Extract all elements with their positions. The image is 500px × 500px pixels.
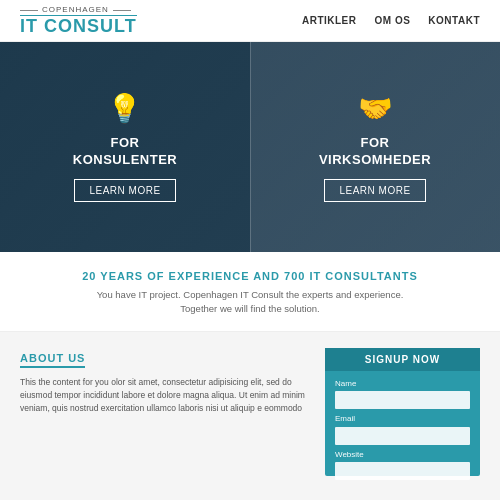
signup-email-input[interactable] (335, 427, 470, 445)
hero-left-learn-more-button[interactable]: Learn More (74, 179, 175, 202)
signup-website-input[interactable] (335, 462, 470, 480)
about-title: ABOUT US (20, 352, 85, 368)
logo-copenhagen-text: COPENHAGEN (42, 6, 109, 14)
signup-email-label: Email (335, 414, 470, 423)
signup-body: Name Email Website (325, 371, 480, 489)
nav: ARTIKLER OM OS KONTAKT (302, 15, 480, 26)
header: COPENHAGEN IT CONSULT ARTIKLER OM OS KON… (0, 0, 500, 42)
stats-title: 20 YEARS OF EXPERIENCE AND 700 IT CONSUL… (20, 270, 480, 282)
hero-left: 💡 FOR KONSULENTER Learn More (0, 42, 250, 252)
signup-name-label: Name (335, 379, 470, 388)
signup-email-field: Email (335, 414, 470, 445)
stats-subtitle: You have IT project. Copenhagen IT Consu… (20, 288, 480, 317)
logo-it-consult-text: IT CONSULT (20, 15, 137, 35)
hero-left-content: 💡 FOR KONSULENTER Learn More (73, 92, 177, 202)
nav-om-os[interactable]: OM OS (375, 15, 411, 26)
hero-divider (250, 42, 251, 252)
signup-header: SIGNUP NOW (325, 348, 480, 371)
hero-right-content: 🤝 FOR VIRKSOMHEDER Learn More (319, 92, 431, 202)
logo: COPENHAGEN IT CONSULT (20, 6, 137, 35)
hero-right: 🤝 FOR VIRKSOMHEDER Learn More (250, 42, 500, 252)
hero-left-title: FOR KONSULENTER (73, 135, 177, 169)
signup-box: SIGNUP NOW Name Email Website (325, 348, 480, 476)
about-us: ABOUT US This the content for you olor s… (20, 348, 325, 476)
nav-artikler[interactable]: ARTIKLER (302, 15, 357, 26)
signup-name-input[interactable] (335, 391, 470, 409)
nav-kontakt[interactable]: KONTAKT (428, 15, 480, 26)
bottom-section: ABOUT US This the content for you olor s… (0, 332, 500, 492)
signup-website-label: Website (335, 450, 470, 459)
bulb-icon: 💡 (107, 92, 142, 125)
stats-section: 20 YEARS OF EXPERIENCE AND 700 IT CONSUL… (0, 252, 500, 332)
logo-copenhagen-line: COPENHAGEN (20, 6, 137, 14)
signup-website-field: Website (335, 450, 470, 481)
hero-section: 💡 FOR KONSULENTER Learn More 🤝 FOR VIRKS… (0, 42, 500, 252)
hero-right-title: FOR VIRKSOMHEDER (319, 135, 431, 169)
about-text: This the content for you olor sit amet, … (20, 376, 307, 416)
signup-name-field: Name (335, 379, 470, 410)
hero-right-learn-more-button[interactable]: Learn More (324, 179, 425, 202)
handshake-icon: 🤝 (358, 92, 393, 125)
